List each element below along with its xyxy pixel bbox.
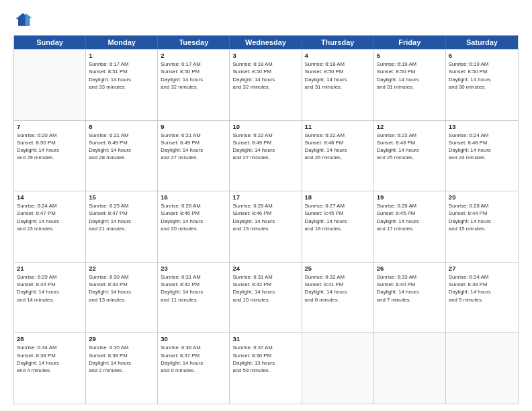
day-number: 22 [89, 265, 154, 272]
calendar-cell: 4Sunrise: 6:18 AMSunset: 8:50 PMDaylight… [302, 50, 374, 120]
calendar-row-0: 1Sunrise: 6:17 AMSunset: 8:51 PMDaylight… [14, 49, 518, 120]
calendar-cell: 24Sunrise: 6:31 AMSunset: 8:42 PMDayligh… [230, 263, 302, 333]
cell-info: Sunrise: 6:31 AMSunset: 8:42 PMDaylight:… [232, 273, 298, 304]
cell-info: Sunrise: 6:37 AMSunset: 8:36 PMDaylight:… [232, 344, 298, 374]
cell-info: Sunrise: 6:19 AMSunset: 8:50 PMDaylight:… [449, 60, 515, 91]
cell-info: Sunrise: 6:26 AMSunset: 8:46 PMDaylight:… [232, 202, 298, 232]
calendar-body: 1Sunrise: 6:17 AMSunset: 8:51 PMDaylight… [14, 49, 518, 404]
day-number: 8 [89, 123, 154, 130]
cell-info: Sunrise: 6:23 AMSunset: 8:48 PMDaylight:… [377, 132, 443, 162]
calendar-cell: 25Sunrise: 6:32 AMSunset: 8:41 PMDayligh… [302, 263, 374, 333]
page: SundayMondayTuesdayWednesdayThursdayFrid… [0, 0, 532, 411]
calendar-cell: 23Sunrise: 6:31 AMSunset: 8:42 PMDayligh… [158, 263, 230, 333]
calendar-cell: 20Sunrise: 6:28 AMSunset: 8:44 PMDayligh… [446, 191, 518, 262]
calendar-cell: 1Sunrise: 6:17 AMSunset: 8:51 PMDaylight… [86, 50, 158, 120]
day-number: 15 [89, 193, 154, 201]
day-number: 9 [161, 123, 226, 130]
day-number: 14 [17, 193, 83, 201]
calendar-cell: 7Sunrise: 6:20 AMSunset: 8:50 PMDaylight… [14, 121, 86, 191]
calendar-cell: 19Sunrise: 6:28 AMSunset: 8:45 PMDayligh… [374, 191, 446, 262]
cell-info: Sunrise: 6:18 AMSunset: 8:50 PMDaylight:… [305, 60, 371, 91]
cell-info: Sunrise: 6:30 AMSunset: 8:43 PMDaylight:… [89, 273, 154, 304]
day-number: 18 [305, 193, 371, 201]
calendar-cell: 21Sunrise: 6:29 AMSunset: 8:44 PMDayligh… [14, 263, 86, 333]
header-day-sunday: Sunday [14, 36, 86, 49]
calendar-cell: 9Sunrise: 6:21 AMSunset: 8:49 PMDaylight… [158, 121, 230, 191]
calendar-cell: 30Sunrise: 6:36 AMSunset: 8:37 PMDayligh… [158, 333, 230, 404]
day-number: 29 [89, 335, 154, 342]
header-day-wednesday: Wednesday [230, 36, 302, 49]
calendar-cell [14, 50, 86, 120]
calendar-cell: 12Sunrise: 6:23 AMSunset: 8:48 PMDayligh… [374, 121, 446, 191]
header-day-monday: Monday [86, 36, 158, 49]
day-number: 12 [377, 123, 443, 130]
day-number: 5 [377, 52, 443, 59]
cell-info: Sunrise: 6:21 AMSunset: 8:49 PMDaylight:… [161, 132, 226, 162]
calendar-cell: 14Sunrise: 6:24 AMSunset: 8:47 PMDayligh… [14, 191, 86, 262]
svg-marker-1 [26, 13, 33, 26]
cell-info: Sunrise: 6:20 AMSunset: 8:50 PMDaylight:… [17, 132, 83, 162]
day-number: 24 [232, 265, 298, 272]
day-number: 23 [161, 265, 226, 272]
calendar-row-1: 7Sunrise: 6:20 AMSunset: 8:50 PMDaylight… [14, 120, 518, 191]
calendar-cell: 18Sunrise: 6:27 AMSunset: 8:45 PMDayligh… [302, 191, 374, 262]
day-number: 6 [449, 52, 515, 59]
day-number: 2 [161, 52, 226, 59]
cell-info: Sunrise: 6:29 AMSunset: 8:44 PMDaylight:… [17, 273, 83, 304]
calendar-row-4: 28Sunrise: 6:34 AMSunset: 8:38 PMDayligh… [14, 332, 518, 404]
cell-info: Sunrise: 6:21 AMSunset: 8:49 PMDaylight:… [89, 132, 154, 162]
calendar-cell: 27Sunrise: 6:34 AMSunset: 8:39 PMDayligh… [446, 263, 518, 333]
calendar-cell: 5Sunrise: 6:19 AMSunset: 8:50 PMDaylight… [374, 50, 446, 120]
cell-info: Sunrise: 6:19 AMSunset: 8:50 PMDaylight:… [377, 60, 443, 91]
calendar: SundayMondayTuesdayWednesdayThursdayFrid… [13, 35, 519, 404]
cell-info: Sunrise: 6:28 AMSunset: 8:45 PMDaylight:… [377, 202, 443, 232]
day-number: 11 [305, 123, 371, 130]
calendar-cell: 31Sunrise: 6:37 AMSunset: 8:36 PMDayligh… [230, 333, 302, 404]
header-day-tuesday: Tuesday [158, 36, 230, 49]
calendar-cell [374, 333, 446, 404]
day-number: 26 [377, 265, 443, 272]
cell-info: Sunrise: 6:36 AMSunset: 8:37 PMDaylight:… [161, 344, 226, 374]
cell-info: Sunrise: 6:34 AMSunset: 8:39 PMDaylight:… [449, 273, 515, 304]
calendar-cell [446, 333, 518, 404]
day-number: 16 [161, 193, 226, 201]
calendar-cell: 26Sunrise: 6:33 AMSunset: 8:40 PMDayligh… [374, 263, 446, 333]
day-number: 19 [377, 193, 443, 201]
calendar-cell: 3Sunrise: 6:18 AMSunset: 8:50 PMDaylight… [230, 50, 302, 120]
cell-info: Sunrise: 6:18 AMSunset: 8:50 PMDaylight:… [232, 60, 298, 91]
day-number: 21 [17, 265, 83, 272]
cell-info: Sunrise: 6:32 AMSunset: 8:41 PMDaylight:… [305, 273, 371, 304]
day-number: 30 [161, 335, 226, 342]
cell-info: Sunrise: 6:35 AMSunset: 8:38 PMDaylight:… [89, 344, 154, 374]
calendar-cell: 29Sunrise: 6:35 AMSunset: 8:38 PMDayligh… [86, 333, 158, 404]
day-number: 3 [232, 52, 298, 59]
cell-info: Sunrise: 6:24 AMSunset: 8:47 PMDaylight:… [17, 202, 83, 232]
day-number: 17 [232, 193, 298, 201]
day-number: 7 [17, 123, 83, 130]
day-number: 20 [449, 193, 515, 201]
calendar-cell: 13Sunrise: 6:24 AMSunset: 8:48 PMDayligh… [446, 121, 518, 191]
calendar-cell: 28Sunrise: 6:34 AMSunset: 8:38 PMDayligh… [14, 333, 86, 404]
calendar-row-3: 21Sunrise: 6:29 AMSunset: 8:44 PMDayligh… [14, 262, 518, 333]
cell-info: Sunrise: 6:31 AMSunset: 8:42 PMDaylight:… [161, 273, 226, 304]
cell-info: Sunrise: 6:22 AMSunset: 8:49 PMDaylight:… [232, 132, 298, 162]
cell-info: Sunrise: 6:17 AMSunset: 8:50 PMDaylight:… [161, 60, 226, 91]
cell-info: Sunrise: 6:22 AMSunset: 8:48 PMDaylight:… [305, 132, 371, 162]
calendar-cell: 10Sunrise: 6:22 AMSunset: 8:49 PMDayligh… [230, 121, 302, 191]
day-number: 25 [305, 265, 371, 272]
header-day-saturday: Saturday [446, 36, 518, 49]
cell-info: Sunrise: 6:33 AMSunset: 8:40 PMDaylight:… [377, 273, 443, 304]
calendar-cell: 15Sunrise: 6:25 AMSunset: 8:47 PMDayligh… [86, 191, 158, 262]
calendar-cell: 8Sunrise: 6:21 AMSunset: 8:49 PMDaylight… [86, 121, 158, 191]
header-day-thursday: Thursday [302, 36, 374, 49]
cell-info: Sunrise: 6:28 AMSunset: 8:44 PMDaylight:… [449, 202, 515, 232]
calendar-header: SundayMondayTuesdayWednesdayThursdayFrid… [14, 36, 518, 49]
calendar-cell: 17Sunrise: 6:26 AMSunset: 8:46 PMDayligh… [230, 191, 302, 262]
calendar-cell: 16Sunrise: 6:26 AMSunset: 8:46 PMDayligh… [158, 191, 230, 262]
cell-info: Sunrise: 6:17 AMSunset: 8:51 PMDaylight:… [89, 60, 154, 91]
day-number: 4 [305, 52, 371, 59]
calendar-cell: 2Sunrise: 6:17 AMSunset: 8:50 PMDaylight… [158, 50, 230, 120]
header-day-friday: Friday [374, 36, 446, 49]
calendar-cell: 6Sunrise: 6:19 AMSunset: 8:50 PMDaylight… [446, 50, 518, 120]
header [13, 11, 519, 30]
